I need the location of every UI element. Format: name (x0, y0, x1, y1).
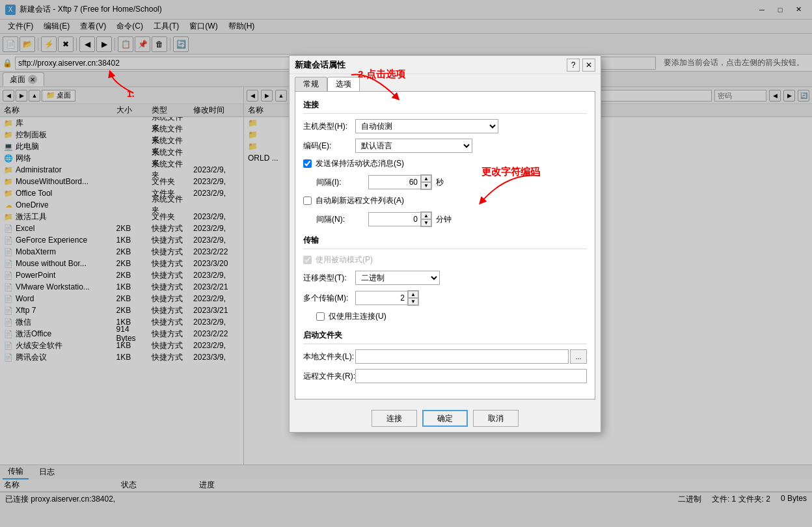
startup-section-label: 启动文件夹 (303, 330, 587, 344)
single-conn-checkbox[interactable] (316, 312, 325, 321)
single-conn-label: 仅使用主连接(U) (329, 311, 386, 322)
remote-folder-input[interactable] (355, 369, 587, 383)
refresh-interval-spinner: ▲ ▼ (368, 211, 432, 227)
refresh-interval-spinner-controls: ▲ ▼ (420, 211, 432, 227)
passive-mode-checkbox[interactable] (303, 256, 312, 264)
single-conn-row[interactable]: 仅使用主连接(U) (303, 311, 587, 322)
multi-transfer-spinner: ▲ ▼ (355, 290, 419, 306)
interval-unit: 秒 (436, 177, 444, 188)
transfer-type-row: 迁移类型(T): 二进制 (303, 271, 587, 285)
transfer-type-label: 迁移类型(T): (303, 273, 355, 284)
passive-mode-label: 使用被动模式(P) (316, 254, 373, 265)
refresh-interval-down-button[interactable]: ▼ (421, 219, 431, 226)
dialog-help-button[interactable]: ? (567, 59, 580, 72)
dialog-close-button[interactable]: ✕ (582, 59, 595, 72)
refresh-interval-row: 间隔(N): ▲ ▼ 分钟 (303, 211, 587, 227)
local-folder-row: 本地文件夹(L): ... (303, 349, 587, 364)
cancel-button[interactable]: 取消 (473, 410, 519, 427)
keepalive-label: 发送保持活动状态消息(S) (316, 158, 404, 169)
refresh-interval-label: 间隔(N): (316, 214, 368, 225)
auto-refresh-label: 自动刷新远程文件列表(A) (316, 195, 404, 206)
encoding-select[interactable]: 默认语言 (355, 139, 472, 153)
host-type-row: 主机类型(H): 自动侦测 (303, 119, 587, 133)
local-folder-browse-button[interactable]: ... (570, 349, 587, 364)
local-folder-label: 本地文件夹(L): (303, 351, 355, 362)
multi-transfer-row: 多个传输(M): ▲ ▼ (303, 290, 587, 306)
dialog-title: 新建会话属性 (295, 59, 567, 71)
local-folder-input[interactable] (355, 349, 569, 364)
dialog-tab-general[interactable]: 常规 (295, 77, 327, 91)
transfer-section-label: 传输 (303, 235, 587, 249)
connection-section-label: 连接 (303, 100, 587, 114)
multi-transfer-spinner-controls: ▲ ▼ (407, 290, 419, 306)
interval-spinner-controls: ▲ ▼ (420, 174, 432, 190)
transfer-section: 传输 使用被动模式(P) 迁移类型(T): 二进制 多个传输(M): (303, 235, 587, 322)
remote-folder-row: 远程文件夹(R): (303, 369, 587, 383)
encoding-label: 编码(E): (303, 141, 355, 152)
dialog-tab-bar: 常规 选项 (290, 74, 601, 91)
remote-folder-label: 远程文件夹(R): (303, 371, 355, 382)
dialog-overlay: 新建会话属性 ? ✕ 常规 选项 连接 主机类型(H): 自动侦测 (0, 0, 812, 527)
dialog-buttons: 连接 确定 取消 (290, 405, 601, 432)
multi-transfer-label: 多个传输(M): (303, 293, 355, 304)
refresh-interval-unit: 分钟 (436, 214, 452, 225)
keepalive-row[interactable]: 发送保持活动状态消息(S) (303, 158, 587, 169)
host-type-select[interactable]: 自动侦测 (355, 119, 498, 133)
interval-row: 间隔(I): ▲ ▼ 秒 (303, 174, 587, 190)
keepalive-checkbox[interactable] (303, 159, 312, 168)
encoding-row: 编码(E): 默认语言 (303, 139, 587, 153)
connect-button[interactable]: 连接 (372, 410, 417, 427)
interval-up-button[interactable]: ▲ (421, 175, 431, 182)
multi-transfer-up-button[interactable]: ▲ (408, 291, 418, 298)
dialog-content: 连接 主机类型(H): 自动侦测 编码(E): 默认语言 发送保持活动 (295, 91, 595, 399)
multi-transfer-input[interactable] (355, 291, 407, 305)
dialog-new-session: 新建会话属性 ? ✕ 常规 选项 连接 主机类型(H): 自动侦测 (289, 55, 601, 433)
transfer-type-select[interactable]: 二进制 (355, 271, 440, 285)
refresh-interval-up-button[interactable]: ▲ (421, 212, 431, 219)
interval-spinner: ▲ ▼ (368, 174, 432, 190)
dialog-titlebar: 新建会话属性 ? ✕ (290, 56, 601, 74)
startup-section: 启动文件夹 本地文件夹(L): ... 远程文件夹(R): (303, 330, 587, 383)
auto-refresh-row[interactable]: 自动刷新远程文件列表(A) (303, 195, 587, 206)
ok-button[interactable]: 确定 (422, 410, 468, 427)
interval-input[interactable] (368, 175, 420, 189)
auto-refresh-checkbox[interactable] (303, 196, 312, 205)
passive-mode-row[interactable]: 使用被动模式(P) (303, 254, 587, 265)
multi-transfer-down-button[interactable]: ▼ (408, 298, 418, 305)
interval-down-button[interactable]: ▼ (421, 182, 431, 189)
interval-label: 间隔(I): (316, 177, 368, 188)
host-type-label: 主机类型(H): (303, 121, 355, 132)
refresh-interval-input[interactable] (368, 212, 420, 226)
dialog-tab-options[interactable]: 选项 (327, 77, 360, 91)
connection-section: 连接 主机类型(H): 自动侦测 编码(E): 默认语言 发送保持活动 (303, 100, 587, 227)
